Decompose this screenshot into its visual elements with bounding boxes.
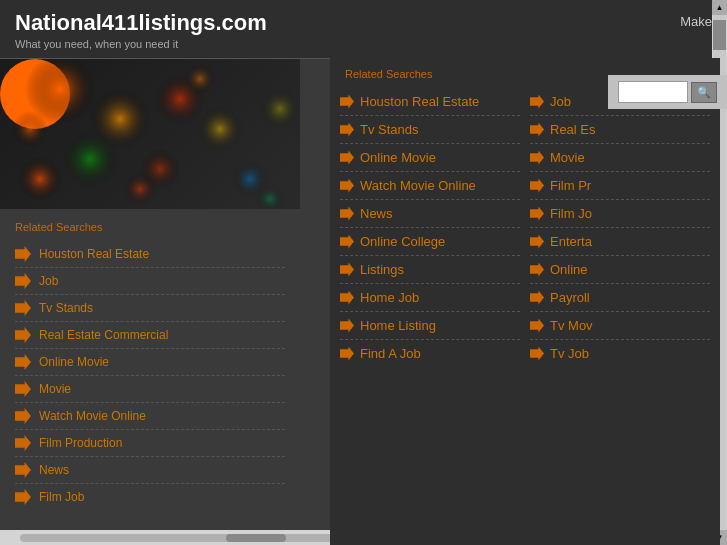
- right-arrow-icon: [340, 291, 354, 305]
- right-link-item[interactable]: Online Movie: [340, 144, 520, 172]
- arrow-icon: [15, 462, 31, 478]
- right-link-text: Film Pr: [550, 178, 591, 193]
- right-link-item[interactable]: Home Listing: [340, 312, 520, 340]
- left-link-item[interactable]: Job: [15, 268, 285, 295]
- right-arrow-icon: [340, 207, 354, 221]
- right-link-item[interactable]: Watch Movie Online: [340, 172, 520, 200]
- right-link-item[interactable]: Tv Mov: [530, 312, 710, 340]
- right-link-text: Film Jo: [550, 206, 592, 221]
- right-link-text: Movie: [550, 150, 585, 165]
- right-link-item[interactable]: Tv Job: [530, 340, 710, 367]
- left-link-item[interactable]: Tv Stands: [15, 295, 285, 322]
- right-link-text: Tv Job: [550, 346, 589, 361]
- right-link-text: Enterta: [550, 234, 592, 249]
- search-button[interactable]: 🔍: [691, 82, 717, 103]
- site-title: National411listings.com: [15, 10, 267, 36]
- left-link-item[interactable]: Online Movie: [15, 349, 285, 376]
- right-link-text: Listings: [360, 262, 404, 277]
- search-input[interactable]: [618, 81, 688, 103]
- right-col2: JobReal EsMovieFilm PrFilm JoEntertaOnli…: [525, 88, 715, 367]
- right-arrow-icon: [530, 123, 544, 137]
- left-link-text: Job: [39, 274, 58, 288]
- right-link-text: Online College: [360, 234, 445, 249]
- arrow-icon: [15, 435, 31, 451]
- right-link-text: Houston Real Estate: [360, 94, 479, 109]
- right-arrow-icon: [530, 95, 544, 109]
- left-link-text: News: [39, 463, 69, 477]
- left-link-item[interactable]: News: [15, 457, 285, 484]
- arrow-icon: [15, 408, 31, 424]
- right-link-item[interactable]: Real Es: [530, 116, 710, 144]
- right-link-text: Watch Movie Online: [360, 178, 476, 193]
- right-link-item[interactable]: Tv Stands: [340, 116, 520, 144]
- left-link-item[interactable]: Film Production: [15, 430, 285, 457]
- right-panel: Related Searches Houston Real EstateTv S…: [330, 58, 720, 545]
- left-section-title: Related Searches: [15, 221, 285, 233]
- right-arrow-icon: [340, 123, 354, 137]
- left-link-item[interactable]: Film Job: [15, 484, 285, 510]
- arrow-icon: [15, 354, 31, 370]
- right-link-text: Payroll: [550, 290, 590, 305]
- right-link-item[interactable]: Payroll: [530, 284, 710, 312]
- right-arrow-icon: [530, 291, 544, 305]
- make-label: Make: [680, 14, 712, 29]
- right-arrow-icon: [530, 235, 544, 249]
- right-arrow-icon: [340, 319, 354, 333]
- left-sidebar: Related Searches Houston Real EstateJobT…: [0, 59, 300, 545]
- header-left: National411listings.com What you need, w…: [15, 10, 267, 50]
- right-link-text: Find A Job: [360, 346, 421, 361]
- right-arrow-icon: [530, 151, 544, 165]
- arrow-icon: [15, 300, 31, 316]
- left-link-item[interactable]: Real Estate Commercial: [15, 322, 285, 349]
- right-arrow-icon: [340, 347, 354, 361]
- right-link-item[interactable]: Online: [530, 256, 710, 284]
- right-link-text: Tv Stands: [360, 122, 419, 137]
- left-link-item[interactable]: Movie: [15, 376, 285, 403]
- right-link-item[interactable]: Film Jo: [530, 200, 710, 228]
- left-link-text: Movie: [39, 382, 71, 396]
- right-link-item[interactable]: Find A Job: [340, 340, 520, 367]
- site-tagline: What you need, when you need it: [15, 38, 267, 50]
- scrollbar-thumb[interactable]: [226, 534, 286, 542]
- right-link-item[interactable]: Houston Real Estate: [340, 88, 520, 116]
- right-link-text: Job: [550, 94, 571, 109]
- right-arrow-icon: [340, 95, 354, 109]
- right-arrow-icon: [530, 179, 544, 193]
- left-link-text: Film Job: [39, 490, 84, 504]
- arrow-icon: [15, 489, 31, 505]
- right-arrow-icon: [530, 207, 544, 221]
- right-link-text: Real Es: [550, 122, 596, 137]
- right-links-container: Houston Real EstateTv StandsOnline Movie…: [330, 88, 720, 367]
- right-arrow-icon: [340, 151, 354, 165]
- left-link-text: Watch Movie Online: [39, 409, 146, 423]
- right-link-item[interactable]: Movie: [530, 144, 710, 172]
- right-arrow-icon: [340, 235, 354, 249]
- right-link-text: Tv Mov: [550, 318, 593, 333]
- right-link-text: Online Movie: [360, 150, 436, 165]
- left-link-item[interactable]: Watch Movie Online: [15, 403, 285, 430]
- right-link-item[interactable]: Listings: [340, 256, 520, 284]
- scroll-thumb[interactable]: [713, 20, 726, 50]
- arrow-icon: [15, 327, 31, 343]
- main-content: Related Searches Houston Real EstateJobT…: [0, 59, 727, 545]
- right-link-item[interactable]: Home Job: [340, 284, 520, 312]
- arrow-icon: [15, 246, 31, 262]
- search-box-area: 🔍: [608, 75, 727, 109]
- right-link-item[interactable]: News: [340, 200, 520, 228]
- left-related-searches: Related Searches Houston Real EstateJobT…: [0, 209, 300, 522]
- scroll-up-button[interactable]: ▲: [712, 0, 727, 15]
- arrow-icon: [15, 273, 31, 289]
- right-link-item[interactable]: Film Pr: [530, 172, 710, 200]
- arrow-icon: [15, 381, 31, 397]
- right-arrow-icon: [530, 347, 544, 361]
- left-link-item[interactable]: Houston Real Estate: [15, 241, 285, 268]
- right-link-item[interactable]: Enterta: [530, 228, 710, 256]
- left-link-text: Houston Real Estate: [39, 247, 149, 261]
- right-link-item[interactable]: Online College: [340, 228, 520, 256]
- left-links-list: Houston Real EstateJobTv StandsReal Esta…: [15, 241, 285, 510]
- right-arrow-icon: [530, 263, 544, 277]
- right-col1: Houston Real EstateTv StandsOnline Movie…: [335, 88, 525, 367]
- left-link-text: Tv Stands: [39, 301, 93, 315]
- left-link-text: Film Production: [39, 436, 122, 450]
- left-link-text: Online Movie: [39, 355, 109, 369]
